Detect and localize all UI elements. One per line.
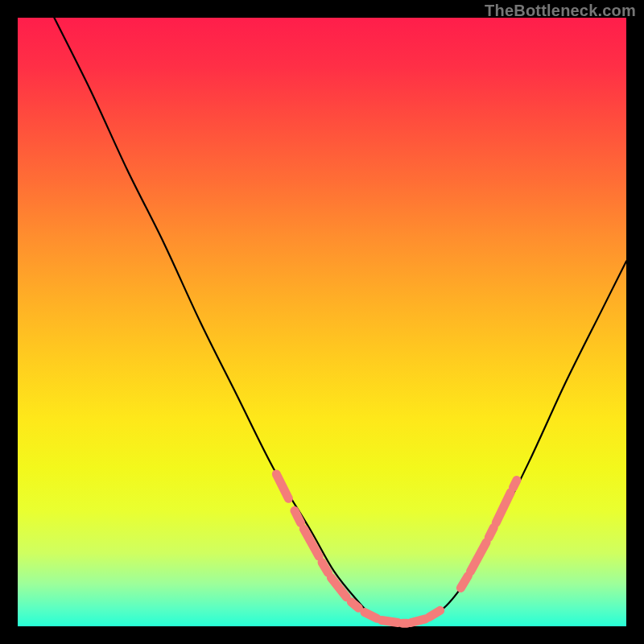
- highlight-segment: [276, 474, 288, 498]
- highlight-segment: [429, 610, 440, 617]
- highlight-segment: [470, 543, 486, 572]
- highlight-segment: [489, 528, 493, 538]
- highlight-segment: [331, 578, 346, 597]
- bottleneck-curve: [54, 18, 626, 623]
- app-frame: TheBottleneck.com: [0, 0, 644, 644]
- highlight-segment: [382, 620, 398, 622]
- curve-layer: [18, 18, 626, 626]
- highlight-segment: [513, 481, 517, 488]
- highlight-segment: [365, 613, 377, 619]
- highlight-segment: [460, 576, 468, 588]
- highlight-segment: [322, 563, 328, 573]
- highlight-segment: [411, 619, 425, 623]
- highlight-dashes: [276, 474, 517, 623]
- highlight-segment: [295, 510, 301, 522]
- highlight-segment: [351, 602, 358, 609]
- highlight-segment: [496, 493, 510, 523]
